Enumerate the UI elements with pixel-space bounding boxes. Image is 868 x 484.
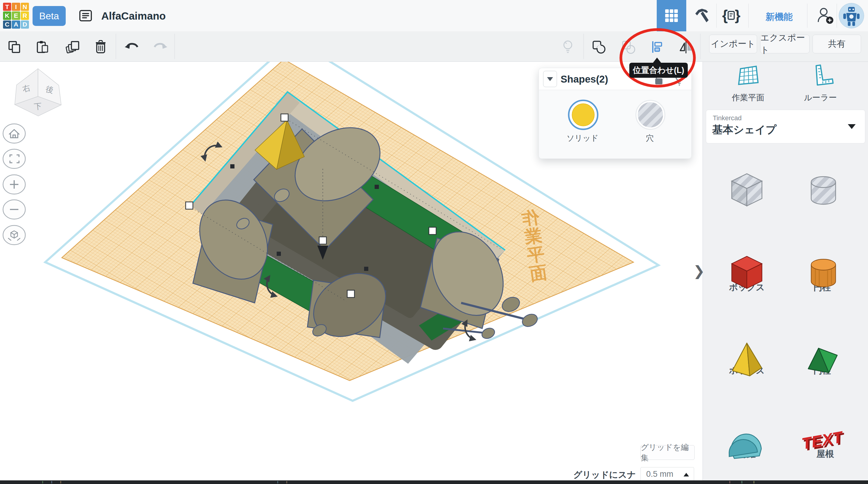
shape-tile-pyramid[interactable] xyxy=(723,335,771,386)
view-cube-bottom-label: 下 xyxy=(33,101,42,112)
divider xyxy=(716,4,717,28)
chevron-down-icon xyxy=(848,124,856,129)
edit-grid-button[interactable]: グリッドを編集 xyxy=(641,445,695,460)
workplane-tool[interactable] xyxy=(738,64,759,89)
svg-text:平: 平 xyxy=(525,243,546,266)
add-person-icon xyxy=(816,6,835,25)
logo-tile: R xyxy=(21,11,29,20)
shape-library-sidebar: 作業平面 ルーラー Tinkercad 基本シェイプ ボックス 円柱 xyxy=(703,61,868,480)
shape-tile-hole-box[interactable] xyxy=(723,165,771,216)
round-roof-thumb xyxy=(723,417,771,468)
shape-generator-hint-button[interactable] xyxy=(561,40,575,54)
hole-option-label: 穴 xyxy=(626,133,674,144)
solid-option-label: ソリッド xyxy=(558,133,607,144)
svg-text:TEXT: TEXT xyxy=(800,428,845,453)
orange-cylinder-thumb xyxy=(799,248,847,299)
ruler-tool[interactable] xyxy=(811,64,834,89)
sidebar-collapse-handle[interactable]: ❯ xyxy=(693,263,705,279)
library-brand: Tinkercad xyxy=(713,114,742,122)
shape-tile-roof[interactable] xyxy=(799,335,847,386)
copy-button[interactable] xyxy=(7,40,22,54)
design-properties-button[interactable] xyxy=(78,0,93,31)
avatar[interactable] xyxy=(839,3,864,28)
divider xyxy=(700,34,701,59)
ruler-icon xyxy=(811,64,834,88)
snap-grid-value: 0.5 mm xyxy=(646,470,673,479)
svg-text:面: 面 xyxy=(528,262,548,284)
hole-option[interactable] xyxy=(635,99,666,132)
divider xyxy=(837,4,837,28)
logo-tile: E xyxy=(12,11,20,20)
logo-tile: C xyxy=(3,21,11,29)
divider xyxy=(807,4,807,28)
logo-tile: A xyxy=(12,21,20,29)
snap-grid-select[interactable]: 0.5 mm xyxy=(641,467,694,481)
view-nav-buttons xyxy=(3,124,25,245)
zoom-in-button[interactable] xyxy=(3,175,25,194)
share-button[interactable]: 共有 xyxy=(812,35,861,53)
logo-tile: T xyxy=(3,3,11,11)
fit-view-button[interactable] xyxy=(3,149,25,169)
shape-tile-hole-cylinder[interactable] xyxy=(799,165,847,216)
perspective-toggle-button[interactable] xyxy=(3,225,25,245)
duplicate-icon xyxy=(65,40,80,54)
invite-user-button[interactable] xyxy=(814,0,837,31)
svg-text:業: 業 xyxy=(523,225,543,247)
chevron-up-icon xyxy=(684,473,689,477)
beta-badge[interactable]: Beta xyxy=(33,6,66,26)
import-button[interactable]: インポート xyxy=(709,35,757,53)
library-name: 基本シェイプ xyxy=(712,123,776,137)
collapse-panel-button[interactable] xyxy=(543,71,557,87)
workplane-tool-label: 作業平面 xyxy=(718,92,778,103)
edit-toolbar: インポート エクスポート 共有 xyxy=(0,31,868,62)
home-view-button[interactable] xyxy=(3,124,25,143)
workplane-icon xyxy=(738,64,759,87)
pickaxe-icon xyxy=(693,7,710,24)
bottom-shortcut-bar xyxy=(0,480,868,484)
undo-button[interactable] xyxy=(124,40,138,54)
hole-box-thumb xyxy=(723,165,771,216)
hole-swatch xyxy=(635,99,666,130)
undo-arrow-icon xyxy=(124,41,138,53)
shape-tile-round-roof[interactable] xyxy=(723,417,771,468)
tinkercad-logo[interactable]: T I N K E R C A D xyxy=(3,3,29,29)
svg-text:{: { xyxy=(722,7,728,23)
shape-tile-cylinder[interactable] xyxy=(799,248,847,299)
top-bar: T I N K E R C A D Beta AlfaCaimano xyxy=(0,0,868,32)
duplicate-button[interactable] xyxy=(65,40,80,54)
pyramid-thumb xyxy=(723,335,771,386)
roof-thumb xyxy=(799,335,847,386)
view-cube[interactable]: 右 後 下 xyxy=(15,69,61,116)
group-icon xyxy=(592,40,606,54)
svg-text:}: } xyxy=(735,7,741,23)
paste-button[interactable] xyxy=(35,40,50,54)
logo-tile: K xyxy=(3,11,11,20)
grid-icon xyxy=(664,9,678,23)
divider xyxy=(748,4,749,28)
design-title[interactable]: AlfaCaimano xyxy=(101,10,166,22)
logo-tile: N xyxy=(21,3,29,11)
zoom-out-button[interactable] xyxy=(3,200,25,219)
shape-tile-text[interactable]: TEXT TEXT xyxy=(799,417,847,468)
align-tooltip: 位置合わせ(L) xyxy=(629,63,688,78)
list-icon xyxy=(79,9,93,23)
shapes-panel-title: Shapes(2) xyxy=(561,73,608,85)
text-shape-thumb: TEXT TEXT xyxy=(799,417,847,468)
logo-tile: D xyxy=(21,21,29,29)
codeblocks-button[interactable]: { } xyxy=(720,0,743,31)
ruler-tool-label: ルーラー xyxy=(790,92,850,103)
logo-tile: I xyxy=(12,3,20,11)
group-button[interactable] xyxy=(592,40,606,54)
delete-button[interactable] xyxy=(93,40,108,54)
solid-option[interactable] xyxy=(567,99,599,132)
hole-cylinder-thumb xyxy=(799,165,847,216)
divider xyxy=(175,34,175,59)
export-button[interactable]: エクスポート xyxy=(760,35,809,53)
code-brick-icon: { } xyxy=(721,7,741,24)
shape-category-dropdown[interactable]: Tinkercad 基本シェイプ xyxy=(706,110,865,144)
robot-avatar-image xyxy=(839,3,864,28)
new-features-link[interactable]: 新機能 xyxy=(760,11,799,23)
redo-button[interactable] xyxy=(153,40,168,54)
redo-arrow-icon xyxy=(153,41,168,53)
shape-tile-box[interactable] xyxy=(723,248,771,299)
